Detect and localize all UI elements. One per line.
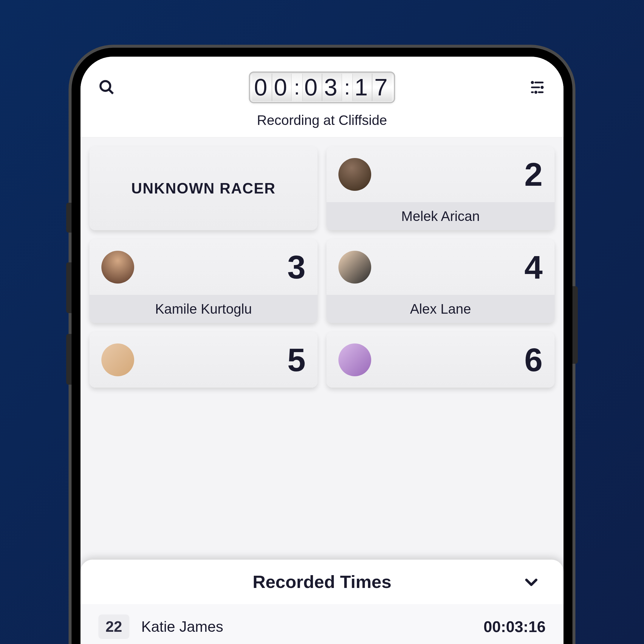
timer-colon: : [342,75,352,99]
racer-grid: UNKNOWN RACER 2 Melek Arican 3 Kamile Ku… [81,137,563,397]
phone-frame: 0 0 : 0 3 : 1 7 [72,48,572,644]
unknown-racer-label: UNKNOWN RACER [131,180,275,197]
racer-card-top: 5 [89,332,318,388]
racer-number: 2 [524,155,543,193]
timer-digit: 0 [252,74,272,101]
racer-card-top: 4 [326,239,555,295]
timer-digit: 0 [272,74,292,101]
svg-rect-5 [531,86,540,88]
racer-card-3[interactable]: 3 Kamile Kurtoglu [89,239,318,323]
avatar [101,251,134,284]
racer-card-top: 6 [326,332,555,388]
racer-name: Alex Lane [326,295,555,323]
recorded-row-time: 00:03:16 [484,618,546,636]
avatar [338,251,371,284]
timer-digit: 7 [372,74,392,101]
timer-colon: : [292,75,302,99]
timer-digit: 3 [322,74,342,101]
timer-display: 0 0 : 0 3 : 1 7 [249,72,395,103]
svg-rect-7 [531,92,534,93]
racer-card-5[interactable]: 5 [89,332,318,388]
timer-digit: 1 [352,74,372,101]
screen: 0 0 : 0 3 : 1 7 [81,57,563,644]
recorded-row-number: 22 [98,614,129,639]
settings-icon[interactable] [529,79,546,96]
recorded-row-name: Katie James [141,618,472,635]
racer-card-top: 3 [89,239,318,295]
svg-point-6 [534,91,537,94]
racer-number: 4 [524,248,543,286]
phone-power-button [572,286,578,364]
svg-point-4 [541,86,544,89]
header-top-row: 0 0 : 0 3 : 1 7 [98,72,546,103]
svg-line-1 [109,89,113,94]
svg-point-2 [531,81,534,84]
unknown-racer-card[interactable]: UNKNOWN RACER [89,146,318,230]
recorded-times-panel: Recorded Times 22 Katie James 00:03:16 5… [81,560,563,644]
racer-name: Melek Arican [326,202,555,230]
phone-volume-up [66,262,72,313]
recorded-times-title: Recorded Times [253,572,391,592]
racer-card-6[interactable]: 6 [326,332,555,388]
svg-rect-8 [538,92,544,93]
racer-name: Kamile Kurtoglu [89,295,318,323]
racer-card-2[interactable]: 2 Melek Arican [326,146,555,230]
search-icon[interactable] [98,79,115,96]
avatar [338,158,371,191]
racer-number: 6 [524,341,543,379]
racer-number: 3 [287,248,306,286]
svg-rect-3 [535,82,544,83]
recording-location-label: Recording at Cliffside [257,112,387,128]
phone-side-button [66,203,72,233]
recorded-time-row[interactable]: 22 Katie James 00:03:16 [81,604,563,644]
racer-card-top: 2 [326,146,555,202]
svg-point-0 [100,81,110,91]
recorded-times-header[interactable]: Recorded Times [81,560,563,604]
app-header: 0 0 : 0 3 : 1 7 [81,57,563,137]
phone-volume-down [66,334,72,385]
racer-card-4[interactable]: 4 Alex Lane [326,239,555,323]
timer-digit: 0 [302,74,322,101]
racer-number: 5 [287,341,306,379]
avatar [101,343,134,376]
avatar [338,343,371,376]
chevron-down-icon[interactable] [523,574,540,590]
